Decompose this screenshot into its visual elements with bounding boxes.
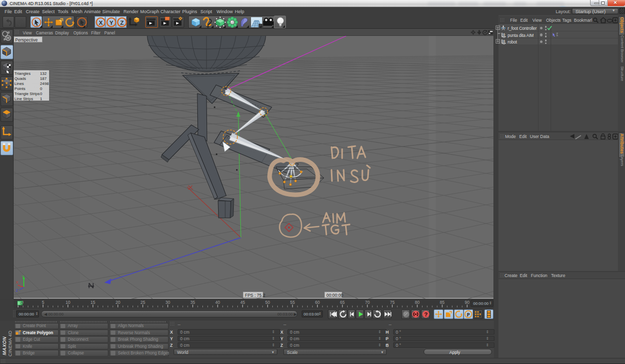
svg-text:35: 35: [190, 300, 195, 305]
svg-text:Z: Z: [16, 288, 18, 292]
svg-text:P: P: [467, 312, 470, 318]
svg-text:45: 45: [240, 300, 245, 305]
svg-text:40: 40: [215, 300, 220, 305]
svg-text:Z: Z: [120, 20, 123, 26]
svg-text:70: 70: [365, 300, 370, 305]
svg-text:30: 30: [165, 300, 171, 305]
svg-text:80: 80: [415, 300, 420, 305]
svg-text:Y: Y: [22, 275, 25, 279]
svg-text:75: 75: [390, 300, 395, 305]
svg-text:65: 65: [340, 300, 345, 305]
svg-text:25: 25: [140, 300, 145, 305]
svg-text:X: X: [99, 20, 103, 26]
svg-text:5: 5: [42, 300, 45, 305]
svg-text:50: 50: [265, 300, 270, 305]
svg-text:55: 55: [290, 300, 295, 305]
svg-text:Y: Y: [109, 20, 113, 26]
svg-text:?: ?: [424, 311, 428, 317]
svg-text:0: 0: [503, 32, 505, 36]
svg-text:0: 0: [503, 39, 505, 43]
svg-text:20: 20: [115, 300, 120, 305]
svg-text:15: 15: [91, 300, 96, 305]
svg-text:60: 60: [315, 300, 320, 305]
svg-text:X: X: [16, 280, 19, 285]
svg-text:85: 85: [440, 300, 445, 305]
svg-text:90: 90: [465, 300, 470, 305]
svg-text:10: 10: [66, 300, 71, 305]
